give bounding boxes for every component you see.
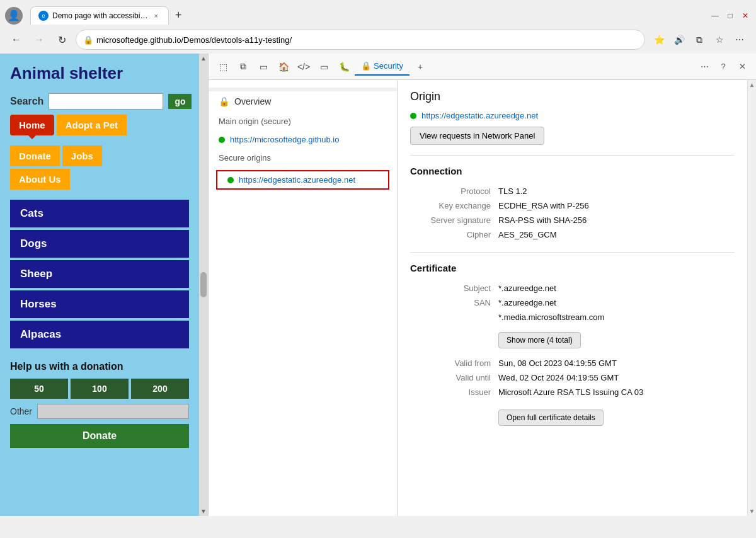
devtools-device-btn[interactable]: ⧉ — [234, 57, 253, 76]
donation-100[interactable]: 100 — [71, 379, 129, 399]
overview-item[interactable]: 🔒 Overview — [209, 91, 397, 112]
secure-origin-url: https://edgestatic.azureedge.net — [239, 175, 355, 185]
san-label: SAN — [410, 295, 498, 310]
key-exchange-value: ECDHE_RSA with P-256 — [498, 198, 735, 213]
key-exchange-label: Key exchange — [410, 198, 498, 213]
devtools-security-tab[interactable]: 🔒 Security — [355, 57, 410, 76]
green-dot-secure — [227, 177, 234, 183]
close-button[interactable]: ✕ — [740, 10, 751, 21]
devtools-elements-btn[interactable]: 🏠 — [274, 57, 293, 76]
nav-donate[interactable]: Donate — [10, 146, 60, 166]
issuer-value: Microsoft Azure RSA TLS Issuing CA 03 — [498, 385, 735, 399]
window-controls: — □ ✕ — [709, 10, 751, 21]
nav-about[interactable]: About Us — [10, 169, 70, 190]
donation-200[interactable]: 200 — [131, 379, 189, 399]
san-row2: *.media.microsoftstream.com — [410, 310, 735, 324]
subject-row: Subject *.azureedge.net — [410, 281, 735, 295]
animal-dogs[interactable]: Dogs — [10, 230, 189, 258]
go-button[interactable]: go — [168, 94, 192, 109]
valid-from-label: Valid from — [410, 356, 498, 370]
nav-row2: Donate Jobs — [0, 140, 199, 169]
devtools-content: 🔒 Overview Main origin (secure) https://… — [209, 80, 756, 516]
donation-section: Help us with a donation 50 100 200 Other… — [0, 353, 199, 455]
lock-icon: 🔒 — [83, 35, 93, 45]
nav-adopt[interactable]: Adopt a Pet — [57, 115, 127, 135]
secure-origins-label: Secure origins — [209, 148, 397, 168]
tab-bar: e Demo page with accessibility issu × + — [25, 5, 193, 26]
open-cert-button[interactable]: Open full certificate details — [498, 409, 604, 426]
origin-url-link[interactable]: https://edgestatic.azureedge.net — [421, 111, 538, 120]
server-sig-value: RSA-PSS with SHA-256 — [498, 213, 735, 227]
devtools-help-btn[interactable]: ? — [714, 58, 732, 76]
main-origin-item[interactable]: https://microsoftedge.github.io — [209, 131, 397, 148]
title-bar: 👤 e Demo page with accessibility issu × … — [0, 0, 756, 26]
donate-button[interactable]: Donate — [10, 424, 189, 448]
devtools-console-btn[interactable]: </> — [294, 57, 313, 76]
active-tab[interactable]: e Demo page with accessibility issu × — [30, 6, 169, 25]
san-row1: SAN *.azureedge.net — [410, 295, 735, 310]
donation-amounts: 50 100 200 — [10, 379, 189, 399]
profile-collections-icon[interactable]: ⭐ — [650, 31, 668, 49]
devtools-more-btn[interactable]: ⋯ — [696, 58, 713, 76]
url-input[interactable] — [76, 30, 645, 50]
search-label: Search — [10, 96, 43, 107]
favorites-icon[interactable]: ☆ — [711, 31, 728, 49]
devtools-split-btn[interactable]: ▭ — [254, 57, 273, 76]
devtools-inspect-btn[interactable]: ⬚ — [214, 57, 232, 76]
main-area: Animal shelter Search go Home Adopt a Pe… — [0, 54, 756, 516]
subject-label: Subject — [410, 281, 498, 295]
animal-sheep[interactable]: Sheep — [10, 260, 189, 288]
devtools-scrollbar[interactable]: ▲ ▼ — [747, 80, 756, 516]
nav-home[interactable]: Home — [10, 115, 54, 135]
other-input[interactable] — [37, 404, 189, 419]
animal-cats[interactable]: Cats — [10, 200, 189, 227]
devtools-bug-btn[interactable]: 🐛 — [335, 57, 353, 76]
minimize-button[interactable]: — — [709, 10, 721, 21]
devtools-sidebar: 🔒 Overview Main origin (secure) https://… — [209, 80, 398, 516]
green-dot-origin — [410, 113, 416, 119]
browser-toolbar: ⭐ 🔊 ⧉ ☆ ⋯ — [650, 31, 748, 49]
certificate-title: Certificate — [410, 263, 735, 273]
view-requests-button[interactable]: View requests in Network Panel — [410, 127, 544, 145]
animal-horses[interactable]: Horses — [10, 290, 189, 318]
read-aloud-icon[interactable]: 🔊 — [670, 31, 688, 49]
devtools-close-btn[interactable]: ✕ — [733, 58, 751, 76]
cipher-value: AES_256_GCM — [498, 227, 735, 242]
more-options-icon[interactable]: ⋯ — [731, 31, 748, 49]
overview-label: Overview — [234, 96, 271, 106]
devtools-panel: ⬚ ⧉ ▭ 🏠 </> ▭ 🐛 🔒 Security + ⋯ ? ✕ — [208, 54, 756, 516]
maximize-button[interactable]: □ — [724, 10, 736, 21]
animal-list: Cats Dogs Sheep Horses Alpacas — [0, 195, 199, 353]
animal-alpacas[interactable]: Alpacas — [10, 321, 189, 348]
valid-from-value: Sun, 08 Oct 2023 04:19:55 GMT — [498, 356, 735, 370]
address-bar-wrap: 🔒 — [76, 30, 645, 50]
tab-close-btn[interactable]: × — [152, 11, 161, 21]
new-tab-button[interactable]: + — [169, 5, 188, 26]
split-screen-icon[interactable]: ⧉ — [690, 31, 708, 49]
devtools-main-panel: Origin https://edgestatic.azureedge.net … — [398, 80, 747, 516]
donation-title: Help us with a donation — [10, 361, 189, 372]
origin-title: Origin — [410, 90, 735, 103]
profile-icon[interactable]: 👤 — [5, 7, 23, 25]
scrollbar[interactable]: ▲ ▼ — [199, 54, 208, 516]
divider2 — [410, 252, 735, 253]
nav-jobs[interactable]: Jobs — [62, 146, 102, 166]
devtools-add-tab-btn[interactable]: + — [411, 57, 430, 76]
show-more-button[interactable]: Show more (4 total) — [498, 332, 581, 348]
back-button[interactable]: ← — [8, 31, 25, 49]
forward-button[interactable]: → — [30, 31, 48, 49]
devtools-sources-btn[interactable]: ▭ — [314, 57, 333, 76]
nav-row3: About Us — [0, 169, 199, 195]
tab-title: Demo page with accessibility issu — [52, 11, 148, 20]
other-label: Other — [10, 406, 32, 416]
san-value2: *.media.microsoftstream.com — [498, 310, 735, 324]
search-input[interactable] — [49, 93, 163, 110]
donation-50[interactable]: 50 — [10, 379, 68, 399]
search-row: Search go — [0, 88, 199, 115]
san-label2 — [410, 310, 498, 324]
refresh-button[interactable]: ↻ — [53, 31, 71, 49]
protocol-label: Protocol — [410, 184, 498, 198]
main-origin-url: https://microsoftedge.github.io — [230, 135, 339, 144]
lock-small-icon: 🔒 — [219, 96, 229, 106]
secure-origin-item[interactable]: https://edgestatic.azureedge.net — [216, 170, 389, 190]
